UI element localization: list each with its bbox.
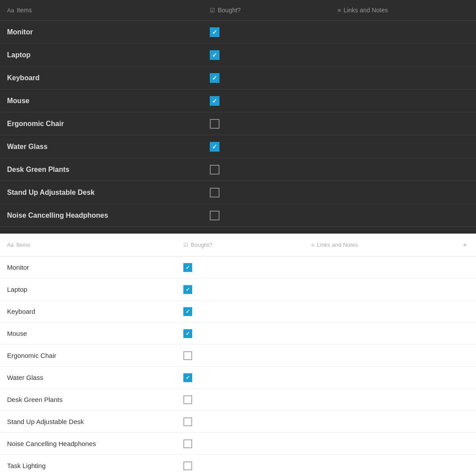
checked-checkbox[interactable]: ✓ bbox=[210, 27, 219, 37]
top-bought-cell[interactable]: ✓ bbox=[203, 96, 331, 106]
bottom-table-row: Stand Up Adjustable Desk bbox=[0, 411, 476, 433]
checked-checkbox[interactable]: ✓ bbox=[210, 73, 219, 83]
checked-checkbox[interactable]: ✓ bbox=[210, 96, 219, 106]
top-bought-header: ☑ Bought? bbox=[203, 7, 331, 14]
checked-checkbox[interactable]: ✓ bbox=[183, 307, 192, 316]
add-column-icon[interactable]: + bbox=[463, 241, 467, 249]
bottom-bought-cell[interactable]: ✓ bbox=[176, 329, 304, 338]
top-items-header: Aa Items bbox=[0, 7, 203, 14]
bottom-bought-cell[interactable]: ✓ bbox=[176, 263, 304, 272]
top-notes-label: Links and Notes bbox=[344, 7, 388, 14]
checked-checkbox[interactable]: ✓ bbox=[183, 285, 192, 294]
unchecked-checkbox[interactable] bbox=[210, 211, 219, 220]
bottom-bought-label: Bought? bbox=[191, 242, 212, 248]
bottom-items-label: Items bbox=[16, 242, 30, 248]
top-bought-cell[interactable] bbox=[203, 188, 331, 197]
top-rows-container: Monitor✓Laptop✓Keyboard✓Mouse✓Ergonomic … bbox=[0, 21, 476, 227]
top-table-row: Ergonomic Chair bbox=[0, 112, 476, 135]
top-header-row: Aa Items ☑ Bought? ≡ Links and Notes bbox=[0, 0, 476, 21]
bottom-item-name: Water Glass bbox=[0, 374, 176, 381]
bottom-header-row: Aa Items ☑ Bought? ≡ Links and Notes + bbox=[0, 234, 476, 257]
bottom-bought-cell[interactable] bbox=[176, 351, 304, 360]
bottom-item-name: Stand Up Adjustable Desk bbox=[0, 418, 176, 425]
bottom-items-header: Aa Items bbox=[0, 242, 176, 248]
top-items-label: Items bbox=[17, 7, 32, 14]
bottom-notes-icon: ≡ bbox=[311, 242, 314, 248]
top-bought-cell[interactable]: ✓ bbox=[203, 73, 331, 83]
bottom-bought-cell[interactable] bbox=[176, 417, 304, 426]
top-bought-label: Bought? bbox=[218, 7, 241, 14]
bottom-table-row: Desk Green Plants bbox=[0, 389, 476, 411]
checked-checkbox[interactable]: ✓ bbox=[210, 50, 219, 60]
bottom-table-row: Noise Cancelling Headphones bbox=[0, 433, 476, 455]
top-item-name: Water Glass bbox=[0, 143, 203, 151]
bottom-panel: Aa Items ☑ Bought? ≡ Links and Notes + M… bbox=[0, 234, 476, 476]
top-items-icon: Aa bbox=[7, 7, 14, 14]
top-bought-cell[interactable] bbox=[203, 165, 331, 175]
top-item-name: Monitor bbox=[0, 28, 203, 36]
top-table-row: Noise Cancelling Headphones bbox=[0, 204, 476, 227]
unchecked-checkbox[interactable] bbox=[183, 417, 192, 426]
bottom-item-name: Noise Cancelling Headphones bbox=[0, 440, 176, 447]
top-notes-icon: ≡ bbox=[338, 7, 341, 14]
top-item-name: Noise Cancelling Headphones bbox=[0, 212, 203, 219]
top-table-row: Laptop✓ bbox=[0, 44, 476, 67]
bottom-table-row: Mouse✓ bbox=[0, 323, 476, 345]
unchecked-checkbox[interactable] bbox=[183, 395, 192, 404]
bottom-bought-cell[interactable] bbox=[176, 461, 304, 470]
bottom-table-row: Monitor✓ bbox=[0, 257, 476, 279]
bottom-table-row: Laptop✓ bbox=[0, 279, 476, 301]
unchecked-checkbox[interactable] bbox=[210, 165, 219, 175]
bottom-rows-container: Monitor✓Laptop✓Keyboard✓Mouse✓Ergonomic … bbox=[0, 257, 476, 476]
bottom-table-row: Keyboard✓ bbox=[0, 301, 476, 323]
bottom-table-row: Ergonomic Chair bbox=[0, 345, 476, 367]
top-bought-cell[interactable] bbox=[203, 119, 331, 129]
unchecked-checkbox[interactable] bbox=[210, 188, 219, 197]
top-item-name: Stand Up Adjustable Desk bbox=[0, 189, 203, 197]
top-notes-header: ≡ Links and Notes bbox=[331, 7, 476, 14]
bottom-bought-cell[interactable]: ✓ bbox=[176, 373, 304, 382]
bottom-items-icon: Aa bbox=[7, 242, 14, 248]
top-bought-cell[interactable]: ✓ bbox=[203, 27, 331, 37]
bottom-table-row: Water Glass✓ bbox=[0, 367, 476, 389]
bottom-item-name: Desk Green Plants bbox=[0, 396, 176, 403]
checked-checkbox[interactable]: ✓ bbox=[183, 263, 192, 272]
top-item-name: Desk Green Plants bbox=[0, 166, 203, 174]
bottom-item-name: Monitor bbox=[0, 264, 176, 271]
bottom-notes-label: Links and Notes bbox=[317, 242, 358, 248]
bottom-item-name: Keyboard bbox=[0, 308, 176, 315]
bottom-bought-cell[interactable] bbox=[176, 395, 304, 404]
checked-checkbox[interactable]: ✓ bbox=[183, 373, 192, 382]
top-table-row: Water Glass✓ bbox=[0, 135, 476, 158]
bottom-bought-icon: ☑ bbox=[183, 242, 188, 248]
bottom-notes-header: ≡ Links and Notes bbox=[304, 242, 454, 248]
checked-checkbox[interactable]: ✓ bbox=[210, 142, 219, 152]
top-item-name: Mouse bbox=[0, 97, 203, 105]
bottom-table-row: Task Lighting bbox=[0, 455, 476, 476]
top-table-row: Monitor✓ bbox=[0, 21, 476, 44]
bottom-bought-cell[interactable] bbox=[176, 439, 304, 448]
bottom-bought-cell[interactable]: ✓ bbox=[176, 285, 304, 294]
bottom-item-name: Task Lighting bbox=[0, 462, 176, 469]
bottom-item-name: Laptop bbox=[0, 286, 176, 293]
unchecked-checkbox[interactable] bbox=[183, 351, 192, 360]
top-item-name: Ergonomic Chair bbox=[0, 120, 203, 128]
top-table-row: Desk Green Plants bbox=[0, 158, 476, 181]
checked-checkbox[interactable]: ✓ bbox=[183, 329, 192, 338]
unchecked-checkbox[interactable] bbox=[183, 439, 192, 448]
top-bought-cell[interactable] bbox=[203, 211, 331, 220]
top-bought-cell[interactable]: ✓ bbox=[203, 142, 331, 152]
unchecked-checkbox[interactable] bbox=[210, 119, 219, 129]
bottom-bought-cell[interactable]: ✓ bbox=[176, 307, 304, 316]
bottom-add-col-header: + bbox=[454, 241, 476, 249]
top-table-row: Stand Up Adjustable Desk bbox=[0, 181, 476, 204]
top-item-name: Laptop bbox=[0, 51, 203, 59]
top-bought-cell[interactable]: ✓ bbox=[203, 50, 331, 60]
bottom-bought-header: ☑ Bought? bbox=[176, 242, 304, 248]
top-table-row: Mouse✓ bbox=[0, 89, 476, 112]
bottom-item-name: Mouse bbox=[0, 330, 176, 337]
top-panel: Aa Items ☑ Bought? ≡ Links and Notes Mon… bbox=[0, 0, 476, 234]
top-table-row: Keyboard✓ bbox=[0, 67, 476, 89]
top-bought-icon: ☑ bbox=[210, 7, 215, 14]
unchecked-checkbox[interactable] bbox=[183, 461, 192, 470]
